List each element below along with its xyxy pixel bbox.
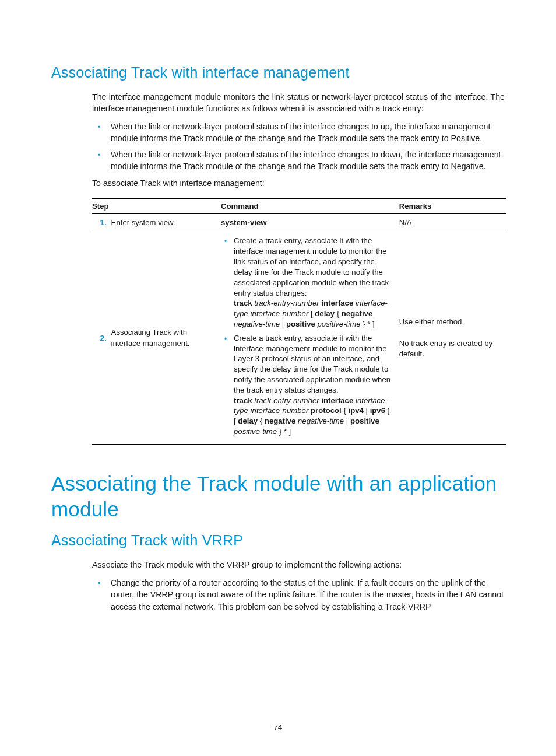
- step-number: 2.: [92, 232, 111, 444]
- step-description: Associating Track with interface managem…: [111, 232, 221, 444]
- step-description: Enter system view.: [111, 214, 221, 232]
- list-item: Change the priority of a router accordin…: [92, 577, 505, 612]
- step-remarks: N/A: [399, 214, 506, 232]
- list-item: When the link or network-layer protocol …: [92, 149, 505, 172]
- list-item: When the link or network-layer protocol …: [92, 121, 505, 144]
- table-header-step: Step: [92, 198, 221, 214]
- intro-paragraph-1: The interface management module monitors…: [92, 92, 505, 115]
- bullet-list-1: When the link or network-layer protocol …: [92, 121, 505, 173]
- main-heading: Associating the Track module with an app…: [51, 471, 505, 522]
- step-number: 1.: [92, 214, 111, 232]
- command-bullet: Create a track entry, associate it with …: [221, 333, 393, 437]
- step-command: Create a track entry, associate it with …: [221, 232, 399, 444]
- section-heading-1: Associating Track with interface managem…: [51, 64, 505, 81]
- bullet-list-2: Change the priority of a router accordin…: [92, 577, 505, 612]
- page-number: 74: [0, 723, 556, 732]
- lead-in-text: To associate Track with interface manage…: [92, 178, 505, 190]
- intro-paragraph-2: Associate the Track module with the VRRP…: [92, 559, 505, 571]
- command-bullet: Create a track entry, associate it with …: [221, 236, 393, 329]
- step-remarks: Use either method. No track entry is cre…: [399, 232, 506, 444]
- table-row: 2. Associating Track with interface mana…: [92, 232, 506, 444]
- step-command: system-view: [221, 214, 399, 232]
- command-table: Step Command Remarks 1. Enter system vie…: [92, 198, 506, 445]
- table-header-command: Command: [221, 198, 399, 214]
- table-row: 1. Enter system view. system-view N/A: [92, 214, 506, 232]
- table-header-remarks: Remarks: [399, 198, 506, 214]
- section-heading-2: Associating Track with VRRP: [51, 532, 505, 549]
